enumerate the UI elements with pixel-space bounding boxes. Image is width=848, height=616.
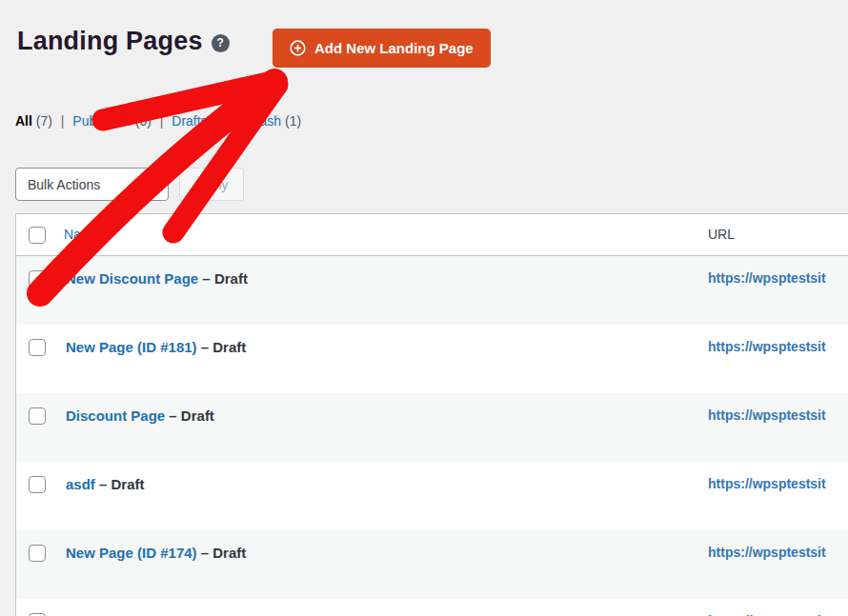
page-title-link[interactable]: New Discount Page [66,270,198,287]
page-title-link[interactable]: Discount Page [66,407,165,424]
page-title-link[interactable]: asdf [66,476,95,492]
post-status: – Draft [165,407,214,424]
row-checkbox[interactable] [29,407,46,425]
table-header-row: Name URL [16,214,848,256]
filter-separator: | [160,113,164,129]
add-new-landing-page-button[interactable]: Add New Landing Page [273,29,491,68]
row-checkbox[interactable] [29,270,46,288]
table-row: asdf – Draft https://wpsptestsit [16,462,848,530]
landing-pages-table: Name URL New Discount Page – Draft https… [15,213,848,616]
plus-circle-icon [290,40,306,56]
filter-all-count: (7) [36,113,52,129]
table-row: Affiliate Landing Page – Draft https://w… [16,599,848,616]
filter-separator: | [236,113,240,129]
landing-pages-admin-page: { "page": { "title": "Landing Pages", "h… [0,0,848,616]
page-url-link[interactable]: https://wpsptestsit [708,407,826,423]
filter-published-count: (0) [135,113,151,129]
page-title-link[interactable]: New Page (ID #181) [66,339,197,355]
page-url-link[interactable]: https://wpsptestsit [708,545,826,560]
column-header-name[interactable]: Name [64,227,99,242]
filter-drafts[interactable]: Drafts [172,113,207,129]
table-row: New Page (ID #181) – Draft https://wpspt… [16,325,848,393]
row-checkbox[interactable] [29,476,46,493]
chevron-down-icon [145,181,156,189]
filter-drafts-count: (7) [212,113,228,129]
table-row: New Discount Page – Draft https://wpspte… [16,256,848,325]
page-title: Landing Pages [17,27,203,56]
page-url-link[interactable]: https://wpsptestsit [708,476,826,491]
page-title-link[interactable]: New Page (ID #174) [66,545,197,561]
filter-separator: | [61,113,65,129]
post-status: – Draft [95,476,145,492]
row-checkbox[interactable] [29,339,46,356]
page-header: Landing Pages ? [17,27,230,56]
page-url-link[interactable]: https://wpsptestsit [708,270,826,286]
filter-published[interactable]: Published [72,113,131,129]
filter-trash-count: (1) [285,113,301,129]
filter-all[interactable]: All [15,113,32,129]
post-status: – Draft [198,270,248,287]
row-checkbox[interactable] [29,545,46,562]
select-all-checkbox[interactable] [29,227,46,244]
table-row: Discount Page – Draft https://wpsptestsi… [16,393,848,462]
add-button-label: Add New Landing Page [314,40,474,56]
help-icon[interactable]: ? [212,34,230,52]
status-filter-links: All (7) | Published (0) | Drafts (7) | T… [15,113,301,129]
page-url-link[interactable]: https://wpsptestsit [708,339,826,354]
post-status: – Draft [197,545,247,561]
apply-button[interactable]: Apply [179,168,244,201]
table-row: New Page (ID #174) – Draft https://wpspt… [16,530,848,599]
bulk-actions-selected-value: Bulk Actions [28,177,100,192]
filter-trash[interactable]: Trash [248,113,281,129]
post-status: – Draft [197,339,247,355]
column-header-url: URL [708,227,735,242]
bulk-actions-select[interactable]: Bulk Actions [15,168,169,201]
